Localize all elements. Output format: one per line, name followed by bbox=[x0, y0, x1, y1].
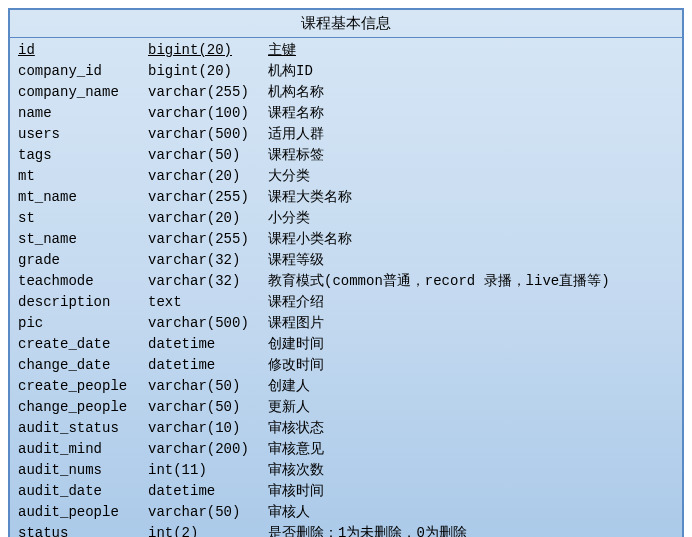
field-name: mt bbox=[18, 166, 148, 187]
table-row: audit_peoplevarchar(50)审核人 bbox=[18, 502, 674, 523]
field-type: bigint(20) bbox=[148, 40, 268, 61]
field-type: varchar(50) bbox=[148, 376, 268, 397]
field-name: mt_name bbox=[18, 187, 148, 208]
table-row: idbigint(20)主键 bbox=[18, 40, 674, 61]
field-name: audit_mind bbox=[18, 439, 148, 460]
field-type: int(11) bbox=[148, 460, 268, 481]
table-row: company_namevarchar(255)机构名称 bbox=[18, 82, 674, 103]
field-desc: 创建时间 bbox=[268, 334, 674, 355]
table-row: usersvarchar(500)适用人群 bbox=[18, 124, 674, 145]
table-row: descriptiontext课程介绍 bbox=[18, 292, 674, 313]
field-type: int(2) bbox=[148, 523, 268, 537]
field-name: audit_status bbox=[18, 418, 148, 439]
table-row: mt_namevarchar(255)课程大类名称 bbox=[18, 187, 674, 208]
field-desc: 审核意见 bbox=[268, 439, 674, 460]
field-name: change_date bbox=[18, 355, 148, 376]
field-desc: 课程等级 bbox=[268, 250, 674, 271]
field-desc: 机构ID bbox=[268, 61, 674, 82]
field-type: varchar(50) bbox=[148, 397, 268, 418]
field-type: varchar(50) bbox=[148, 145, 268, 166]
field-name: audit_date bbox=[18, 481, 148, 502]
field-desc: 课程大类名称 bbox=[268, 187, 674, 208]
field-desc: 更新人 bbox=[268, 397, 674, 418]
field-name: teachmode bbox=[18, 271, 148, 292]
table-row: mtvarchar(20)大分类 bbox=[18, 166, 674, 187]
field-desc: 课程标签 bbox=[268, 145, 674, 166]
field-desc: 大分类 bbox=[268, 166, 674, 187]
field-type: varchar(200) bbox=[148, 439, 268, 460]
table-row: stvarchar(20)小分类 bbox=[18, 208, 674, 229]
table-row: audit_statusvarchar(10)审核状态 bbox=[18, 418, 674, 439]
table-row: audit_mindvarchar(200)审核意见 bbox=[18, 439, 674, 460]
table-row: tagsvarchar(50)课程标签 bbox=[18, 145, 674, 166]
table-row: teachmodevarchar(32)教育模式(common普通，record… bbox=[18, 271, 674, 292]
field-name: create_date bbox=[18, 334, 148, 355]
table-row: namevarchar(100)课程名称 bbox=[18, 103, 674, 124]
field-name: pic bbox=[18, 313, 148, 334]
field-desc: 课程名称 bbox=[268, 103, 674, 124]
field-desc: 主键 bbox=[268, 40, 674, 61]
field-name: company_id bbox=[18, 61, 148, 82]
field-desc: 审核人 bbox=[268, 502, 674, 523]
field-desc: 审核时间 bbox=[268, 481, 674, 502]
field-type: varchar(500) bbox=[148, 313, 268, 334]
field-type: text bbox=[148, 292, 268, 313]
field-name: status bbox=[18, 523, 148, 537]
field-desc: 教育模式(common普通，record 录播，live直播等) bbox=[268, 271, 674, 292]
field-name: id bbox=[18, 40, 148, 61]
field-type: varchar(10) bbox=[148, 418, 268, 439]
table-row: create_peoplevarchar(50)创建人 bbox=[18, 376, 674, 397]
table-title: 课程基本信息 bbox=[10, 10, 682, 38]
field-desc: 创建人 bbox=[268, 376, 674, 397]
field-name: audit_people bbox=[18, 502, 148, 523]
table-row: st_namevarchar(255)课程小类名称 bbox=[18, 229, 674, 250]
field-name: company_name bbox=[18, 82, 148, 103]
table-row: audit_datedatetime审核时间 bbox=[18, 481, 674, 502]
table-row: create_datedatetime创建时间 bbox=[18, 334, 674, 355]
field-name: st bbox=[18, 208, 148, 229]
field-type: varchar(500) bbox=[148, 124, 268, 145]
field-name: tags bbox=[18, 145, 148, 166]
table-row: gradevarchar(32)课程等级 bbox=[18, 250, 674, 271]
field-type: varchar(255) bbox=[148, 82, 268, 103]
field-desc: 小分类 bbox=[268, 208, 674, 229]
field-desc: 机构名称 bbox=[268, 82, 674, 103]
field-name: create_people bbox=[18, 376, 148, 397]
field-name: change_people bbox=[18, 397, 148, 418]
field-type: varchar(20) bbox=[148, 208, 268, 229]
field-type: varchar(255) bbox=[148, 187, 268, 208]
field-desc: 审核状态 bbox=[268, 418, 674, 439]
field-type: varchar(50) bbox=[148, 502, 268, 523]
field-type: varchar(32) bbox=[148, 250, 268, 271]
field-type: datetime bbox=[148, 355, 268, 376]
table-row: change_datedatetime修改时间 bbox=[18, 355, 674, 376]
field-type: varchar(100) bbox=[148, 103, 268, 124]
table-row: company_idbigint(20)机构ID bbox=[18, 61, 674, 82]
field-type: datetime bbox=[148, 481, 268, 502]
field-name: audit_nums bbox=[18, 460, 148, 481]
field-desc: 适用人群 bbox=[268, 124, 674, 145]
field-name: st_name bbox=[18, 229, 148, 250]
field-type: bigint(20) bbox=[148, 61, 268, 82]
field-desc: 是否删除：1为未删除，0为删除 bbox=[268, 523, 674, 537]
field-desc: 修改时间 bbox=[268, 355, 674, 376]
field-type: varchar(20) bbox=[148, 166, 268, 187]
field-name: description bbox=[18, 292, 148, 313]
field-desc: 课程小类名称 bbox=[268, 229, 674, 250]
schema-table: 课程基本信息 idbigint(20)主键company_idbigint(20… bbox=[8, 8, 684, 537]
table-body: idbigint(20)主键company_idbigint(20)机构IDco… bbox=[10, 38, 682, 537]
field-name: grade bbox=[18, 250, 148, 271]
table-row: statusint(2)是否删除：1为未删除，0为删除 bbox=[18, 523, 674, 537]
field-desc: 课程介绍 bbox=[268, 292, 674, 313]
field-type: varchar(32) bbox=[148, 271, 268, 292]
table-row: audit_numsint(11)审核次数 bbox=[18, 460, 674, 481]
table-row: picvarchar(500)课程图片 bbox=[18, 313, 674, 334]
field-type: datetime bbox=[148, 334, 268, 355]
field-type: varchar(255) bbox=[148, 229, 268, 250]
field-desc: 审核次数 bbox=[268, 460, 674, 481]
table-row: change_peoplevarchar(50)更新人 bbox=[18, 397, 674, 418]
field-desc: 课程图片 bbox=[268, 313, 674, 334]
field-name: name bbox=[18, 103, 148, 124]
field-name: users bbox=[18, 124, 148, 145]
